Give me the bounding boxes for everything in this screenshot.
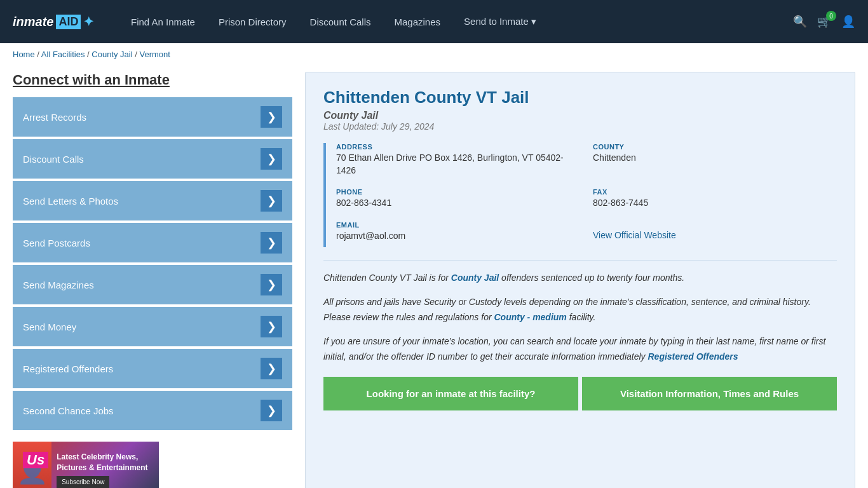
sidebar-item-discount-calls[interactable]: Discount Calls ❯ bbox=[13, 139, 292, 179]
sidebar-item-second-chance-jobs[interactable]: Second Chance Jobs ❯ bbox=[13, 391, 292, 430]
ad-subscribe-button[interactable]: Subscribe Now bbox=[57, 476, 109, 488]
nav-discount-calls[interactable]: Discount Calls bbox=[300, 11, 381, 32]
nav-magazines[interactable]: Magazines bbox=[384, 11, 451, 32]
nav-find-inmate[interactable]: Find An Inmate bbox=[121, 11, 205, 32]
content-panel: Chittenden County VT Jail County Jail La… bbox=[305, 72, 855, 488]
arrow-icon: ❯ bbox=[261, 232, 282, 254]
nav-send-to-inmate[interactable]: Send to Inmate ▾ bbox=[454, 11, 546, 32]
breadcrumb-all-facilities[interactable]: All Facilities bbox=[41, 50, 85, 59]
arrow-icon: ❯ bbox=[261, 274, 282, 295]
bottom-buttons: Looking for an inmate at this facility? … bbox=[323, 377, 837, 410]
arrow-icon: ❯ bbox=[261, 400, 282, 421]
website-block: View Official Website bbox=[593, 221, 837, 243]
breadcrumb-home[interactable]: Home bbox=[13, 50, 35, 59]
facility-updated: Last Updated: July 29, 2024 bbox=[323, 121, 837, 132]
county-medium-link[interactable]: County - medium bbox=[494, 312, 566, 322]
arrow-icon: ❯ bbox=[261, 106, 282, 128]
county-block: COUNTY Chittenden bbox=[593, 143, 837, 177]
logo-icon: ✦ bbox=[83, 14, 94, 29]
fax-label: FAX bbox=[593, 188, 837, 196]
county-value: Chittenden bbox=[593, 152, 837, 165]
address-value: 70 Ethan Allen Drive PO Box 1426, Burlin… bbox=[336, 152, 580, 177]
breadcrumb: Home / All Facilities / County Jail / Ve… bbox=[0, 43, 868, 65]
header-icons: 🔍 🛒 0 👤 bbox=[793, 15, 855, 29]
email-block: EMAIL rojamvt@aol.com bbox=[336, 221, 580, 243]
email-value: rojamvt@aol.com bbox=[336, 230, 580, 243]
fax-value: 802-863-7445 bbox=[593, 197, 837, 210]
registered-offenders-link[interactable]: Registered Offenders bbox=[648, 351, 738, 362]
arrow-icon: ❯ bbox=[261, 316, 282, 337]
sidebar-item-send-letters[interactable]: Send Letters & Photos ❯ bbox=[13, 181, 292, 220]
arrow-icon: ❯ bbox=[261, 358, 282, 379]
logo-inmate-text: inmate bbox=[13, 15, 53, 29]
phone-value: 802-863-4341 bbox=[336, 197, 580, 210]
main-nav: Find An Inmate Prison Directory Discount… bbox=[121, 11, 774, 32]
phone-block: PHONE 802-863-4341 bbox=[336, 188, 580, 210]
description-1: Chittenden County VT Jail is for County … bbox=[323, 271, 837, 286]
sidebar-menu: Arrest Records ❯ Discount Calls ❯ Send L… bbox=[13, 97, 292, 430]
facility-title: Chittenden County VT Jail bbox=[323, 88, 837, 107]
main-container: Connect with an Inmate Arrest Records ❯ … bbox=[0, 65, 868, 488]
user-icon[interactable]: 👤 bbox=[841, 15, 855, 29]
divider bbox=[323, 260, 837, 261]
arrow-icon: ❯ bbox=[261, 190, 282, 212]
county-jail-link[interactable]: County Jail bbox=[451, 273, 499, 283]
website-spacer bbox=[593, 221, 837, 229]
sidebar-item-arrest-records[interactable]: Arrest Records ❯ bbox=[13, 97, 292, 137]
site-logo[interactable]: inmate AID ✦ bbox=[13, 14, 102, 29]
email-label: EMAIL bbox=[336, 221, 580, 229]
find-inmate-button[interactable]: Looking for an inmate at this facility? bbox=[323, 377, 578, 410]
cart-badge: 0 bbox=[826, 11, 836, 21]
sidebar-ad[interactable]: 👤 Us Latest Celebrity News, Pictures & E… bbox=[13, 442, 159, 488]
breadcrumb-county-jail[interactable]: County Jail bbox=[92, 50, 132, 59]
logo-aid-text: AID bbox=[56, 15, 81, 29]
breadcrumb-state[interactable]: Vermont bbox=[139, 50, 170, 59]
visitation-button[interactable]: Visitation Information, Times and Rules bbox=[582, 377, 837, 410]
nav-prison-directory[interactable]: Prison Directory bbox=[208, 11, 297, 32]
sidebar-item-registered-offenders[interactable]: Registered Offenders ❯ bbox=[13, 349, 292, 388]
info-grid: ADDRESS 70 Ethan Allen Drive PO Box 1426… bbox=[323, 143, 837, 247]
county-label: COUNTY bbox=[593, 143, 837, 151]
ad-text: Latest Celebrity News, Pictures & Entert… bbox=[51, 447, 159, 488]
cart-icon[interactable]: 🛒 0 bbox=[817, 15, 831, 29]
arrow-icon: ❯ bbox=[261, 148, 282, 170]
sidebar: Connect with an Inmate Arrest Records ❯ … bbox=[13, 72, 292, 488]
address-block: ADDRESS 70 Ethan Allen Drive PO Box 1426… bbox=[336, 143, 580, 177]
search-icon[interactable]: 🔍 bbox=[793, 15, 807, 29]
description-2: All prisons and jails have Security or C… bbox=[323, 295, 837, 325]
description-3: If you are unsure of your inmate’s locat… bbox=[323, 334, 837, 365]
address-label: ADDRESS bbox=[336, 143, 580, 151]
fax-block: FAX 802-863-7445 bbox=[593, 188, 837, 210]
site-header: inmate AID ✦ Find An Inmate Prison Direc… bbox=[0, 0, 868, 43]
sidebar-item-send-postcards[interactable]: Send Postcards ❯ bbox=[13, 223, 292, 262]
phone-label: PHONE bbox=[336, 188, 580, 196]
facility-type: County Jail bbox=[323, 110, 837, 121]
view-official-website-link[interactable]: View Official Website bbox=[593, 230, 676, 240]
sidebar-item-send-magazines[interactable]: Send Magazines ❯ bbox=[13, 265, 292, 304]
sidebar-title: Connect with an Inmate bbox=[13, 72, 292, 88]
sidebar-item-send-money[interactable]: Send Money ❯ bbox=[13, 307, 292, 346]
